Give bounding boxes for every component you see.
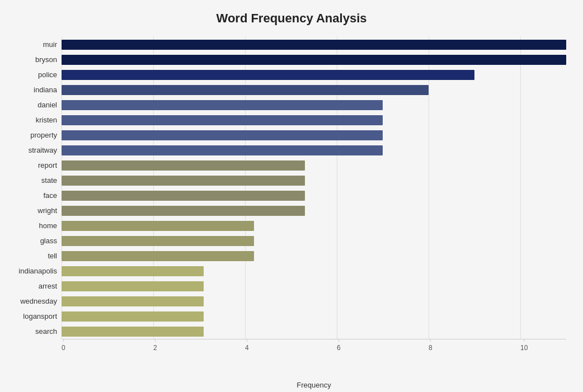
bar-label: indiana [4,86,57,94]
bar-label: glass [4,237,57,245]
x-axis: 0246810 Frequency [62,339,566,361]
bar [62,251,254,261]
x-tick: 6 [337,339,341,352]
x-tick-line [155,339,156,342]
bars-wrapper: muirbrysonpoliceindianadanielkristenprop… [62,37,566,339]
x-ticks-container: 0246810 [62,339,566,361]
bar [62,145,383,155]
bar-label: bryson [4,55,57,64]
chart-title: Word Frequency Analysis [17,11,566,26]
bar-row: report [62,159,566,172]
bar [62,115,383,125]
bar-label: wednesday [4,297,57,305]
bar-row: indianapolis [62,265,566,277]
bar-label: search [4,327,57,336]
bar-row: property [62,129,566,141]
bar-label: wright [4,206,57,215]
bar-row: logansport [62,310,566,323]
bar-label: muir [4,40,57,49]
bar [62,311,204,322]
bar-row: wednesday [62,295,566,308]
bar-row: tell [62,250,566,262]
bar-row: arrest [62,280,566,292]
bar [62,206,305,216]
x-tick: 8 [429,339,432,352]
chart-container: Word Frequency Analysis muirbrysonpolice… [0,0,583,392]
x-tick-label: 0 [62,344,65,352]
bar-label: home [4,221,57,230]
bar [62,281,204,291]
bar-row: home [62,220,566,232]
bar [62,296,204,306]
bar [62,327,204,337]
bar-row: wright [62,205,566,217]
bar-label: straitway [4,146,57,154]
bar [62,160,305,171]
x-tick-label: 10 [520,344,528,352]
bar [62,266,204,276]
bar [62,100,383,110]
bar-row: kristen [62,114,566,126]
bar-row: face [62,190,566,202]
bar-row: indiana [62,84,566,96]
bar-label: report [4,161,57,169]
bar [62,40,566,50]
bar-row: glass [62,235,566,247]
x-tick-label: 8 [429,344,432,352]
x-tick-line [338,339,339,342]
x-tick-label: 6 [337,344,341,352]
x-tick: 0 [62,339,65,352]
bar-row: daniel [62,99,566,111]
chart-area: muirbrysonpoliceindianadanielkristenprop… [62,37,566,361]
x-tick: 10 [520,339,528,352]
bar [62,191,305,201]
bar [62,176,305,186]
bar-label: police [4,70,57,79]
x-tick: 4 [245,339,249,352]
bar-label: indianapolis [4,267,57,275]
bar-label: kristen [4,116,57,124]
bar [62,130,383,140]
x-tick-line [430,339,431,342]
bar-label: daniel [4,101,57,109]
x-tick-label: 2 [153,344,157,352]
x-tick-line [247,339,247,342]
bar-label: logansport [4,312,57,320]
x-tick: 2 [153,339,157,352]
bar-label: arrest [4,282,57,290]
bar-label: state [4,176,57,185]
bar [62,236,254,246]
bar-row: police [62,69,566,81]
bar [62,55,566,65]
bar-row: search [62,325,566,338]
bar-row: straitway [62,144,566,157]
bar [62,85,429,95]
bar-row: state [62,174,566,187]
bar-label: tell [4,252,57,260]
x-tick-line [524,339,524,342]
x-tick-line [63,339,64,342]
bar-row: muir [62,39,566,51]
bar-label: property [4,131,57,139]
x-axis-title: Frequency [297,381,331,389]
x-tick-label: 4 [245,344,249,352]
bar-label: face [4,191,57,200]
bar [62,70,474,80]
bar-row: bryson [62,54,566,66]
bar [62,221,254,231]
